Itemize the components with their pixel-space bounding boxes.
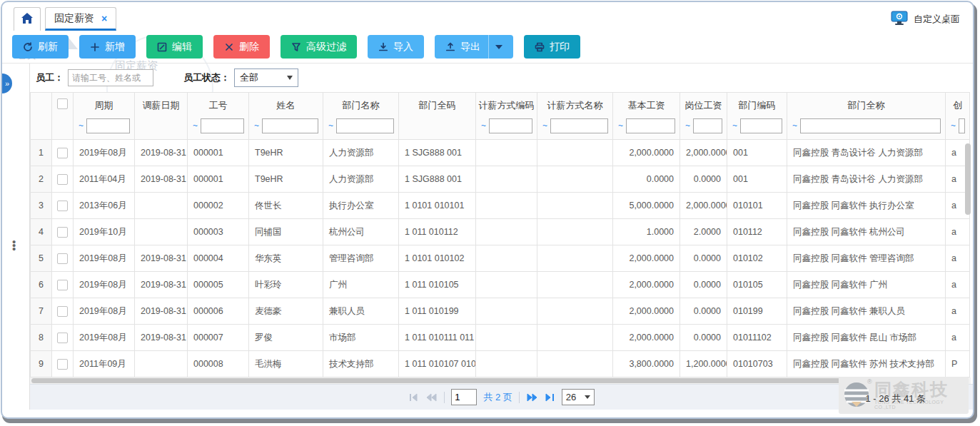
button-label: 新增 [105, 41, 125, 54]
column-filter-input[interactable] [201, 118, 244, 133]
table-cell: 广州 [323, 272, 399, 298]
table-row[interactable]: 52019年08月2019-08-31000004华东英管理咨询部1 0101 … [31, 245, 970, 272]
next-page-button[interactable] [526, 392, 538, 402]
advanced-filter-button[interactable]: 高级过滤 [281, 35, 357, 59]
page-size-select[interactable]: 26 [562, 389, 595, 405]
column-filter-input[interactable] [800, 118, 941, 133]
range-tilde: ~ [951, 121, 956, 131]
import-button[interactable]: 导入 [368, 35, 424, 59]
delete-button[interactable]: 删除 [213, 35, 270, 59]
table-cell: 2013年06月 [74, 193, 135, 219]
table-cell: 同鑫控股 青岛设计谷 人力资源部 [787, 166, 946, 193]
row-checkbox[interactable] [57, 306, 68, 317]
table-cell: 同鑫控股 同鑫软件 执行办公室 [787, 193, 946, 219]
column-filter-input[interactable] [489, 118, 532, 133]
row-checkbox-cell [52, 298, 74, 325]
table-row[interactable]: 72019年08月2019-08-31000006麦德豪兼职人员1 011 01… [31, 298, 970, 325]
table-cell [476, 351, 537, 377]
sidebar-expand-button[interactable]: » [2, 73, 12, 93]
table-cell: 2019年08月 [74, 272, 135, 298]
table-row[interactable]: 92011年09月000008毛洪梅技术支持部1 011 010107 0103… [31, 351, 970, 377]
refresh-button[interactable]: 刷新 [12, 35, 69, 59]
table-row[interactable]: 22011年04月2019-08-31000001T9eHR人力资源部1 SJG… [31, 166, 970, 193]
add-button[interactable]: 新增 [79, 35, 136, 59]
previous-page-button[interactable] [425, 392, 438, 402]
column-header: 调薪日期 [135, 93, 188, 140]
column-filter-input[interactable] [740, 118, 782, 133]
table-cell: 2019年08月 [74, 245, 135, 272]
column-filter-input[interactable] [626, 118, 675, 133]
export-dropdown-caret[interactable] [488, 35, 502, 59]
tab-label: 固定薪资 [54, 12, 94, 25]
column-filter-input[interactable] [550, 118, 608, 133]
first-page-button[interactable] [408, 392, 419, 402]
table-cell [537, 219, 613, 245]
table-row[interactable]: 12019年08月2019-08-31000001T9eHR人力资源部1 SJG… [31, 140, 970, 166]
vertical-scrollbar[interactable] [965, 141, 971, 376]
salary-table: 周期~调薪日期工号~姓名~部门名称~部门全码计薪方式编码~计薪方式名称~基本工资… [30, 92, 970, 377]
column-header: 部门名称~ [323, 93, 399, 140]
employee-status-select[interactable]: 全部 [234, 69, 298, 87]
table-row[interactable]: 82019年08月2019-08-31000007罗俊市场部1 011 0101… [31, 325, 970, 351]
column-title: 岗位工资 [680, 93, 727, 114]
table-cell: 1 011 010105 [399, 272, 476, 298]
print-button[interactable]: 打印 [524, 35, 580, 59]
row-checkbox-cell [52, 193, 74, 219]
page-number-input[interactable] [451, 389, 477, 405]
edit-button[interactable]: 编辑 [146, 35, 203, 59]
table-cell: 同辅国 [249, 219, 323, 245]
table-cell: 管理咨询部 [323, 245, 399, 272]
table-row[interactable]: 32013年06月000002佟世长执行办公室1 0101 0101015,00… [31, 193, 970, 219]
table-cell [537, 193, 613, 219]
customize-desktop-label: 自定义桌面 [914, 13, 960, 26]
table-cell: 2,000.0000 [613, 298, 680, 325]
table-row[interactable]: 42019年10月000003同辅国杭州公司1 011 0101121.0000… [31, 219, 970, 245]
horizontal-scrollbar-thumb[interactable] [31, 378, 934, 383]
horizontal-scrollbar[interactable] [30, 377, 971, 384]
home-icon [21, 13, 33, 26]
select-all-checkbox[interactable] [57, 98, 68, 109]
customize-desktop-link[interactable]: 自定义桌面 [891, 11, 960, 28]
column-filter-input[interactable] [959, 118, 965, 133]
tab-fixed-salary[interactable]: 固定薪资 × [45, 7, 116, 31]
table-row[interactable]: 62019年08月2019-08-31000005叶彩玲广州1 011 0101… [31, 272, 970, 298]
vertical-scrollbar-thumb[interactable] [965, 143, 971, 215]
column-filter-input[interactable] [693, 118, 722, 133]
table-cell: 同鑫控股 同鑫软件 广州 [787, 272, 946, 298]
table-cell: 2019-08-31 [135, 298, 188, 325]
row-checkbox[interactable] [57, 359, 68, 370]
splitter-drag-handle[interactable]: ••• [12, 239, 16, 250]
row-checkbox[interactable] [57, 201, 68, 211]
row-number: 2 [31, 166, 52, 193]
row-checkbox[interactable] [57, 333, 68, 343]
row-number: 4 [31, 219, 52, 245]
table-cell: 杭州公司 [323, 219, 399, 245]
table-cell: 1,200.0000 [680, 351, 727, 377]
tab-close-icon[interactable]: × [101, 13, 107, 24]
column-header: 岗位工资~ [680, 93, 727, 140]
pager-separator [519, 392, 520, 403]
table-cell [537, 166, 613, 193]
chevron-down-icon [495, 45, 502, 49]
last-page-button[interactable] [545, 392, 555, 402]
column-filter-input[interactable] [336, 118, 394, 133]
table-cell: 同鑫控股 青岛设计谷 人力资源部 [787, 140, 946, 166]
column-header: 部门全称~ [787, 93, 946, 140]
column-header: 基本工资~ [613, 93, 680, 140]
row-checkbox[interactable] [57, 227, 68, 238]
table-cell: 同鑫控股 同鑫软件 兼职人员 [787, 298, 946, 325]
row-checkbox[interactable] [57, 280, 68, 290]
table-cell [476, 298, 537, 325]
row-number: 5 [31, 245, 52, 272]
row-checkbox-cell [52, 272, 74, 298]
row-checkbox[interactable] [57, 174, 68, 185]
column-filter-input[interactable] [262, 118, 318, 133]
tab-home[interactable] [14, 7, 41, 31]
row-checkbox[interactable] [57, 148, 68, 158]
employee-label: 员工： [36, 71, 64, 84]
export-button[interactable]: 导出 [435, 35, 513, 59]
column-filter-input[interactable] [86, 118, 130, 133]
row-checkbox[interactable] [57, 253, 68, 264]
employee-search-input[interactable] [68, 69, 153, 86]
table-cell: 1 SJG888 001 [399, 140, 476, 166]
